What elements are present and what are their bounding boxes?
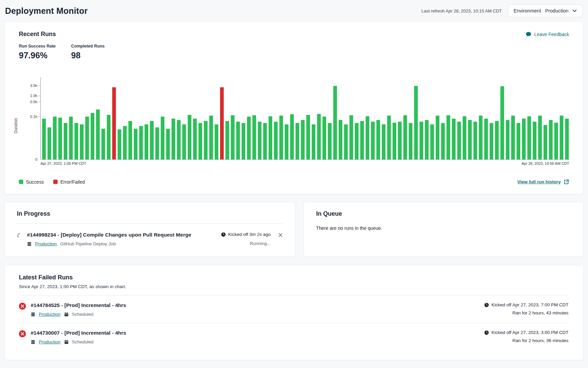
run-bar-success[interactable]	[420, 122, 423, 159]
run-bar-success[interactable]	[96, 110, 100, 159]
run-bar-success[interactable]	[155, 127, 159, 159]
run-bar-success[interactable]	[366, 116, 369, 159]
run-bar-success[interactable]	[398, 122, 402, 159]
run-bar-success[interactable]	[64, 123, 67, 159]
run-bar-success[interactable]	[339, 120, 342, 159]
run-bar-success[interactable]	[107, 115, 111, 159]
run-bar-success[interactable]	[269, 116, 272, 159]
run-bar-success[interactable]	[312, 124, 315, 159]
run-bar-success[interactable]	[322, 117, 326, 159]
close-icon[interactable]	[278, 233, 283, 246]
run-bar-success[interactable]	[506, 120, 509, 159]
run-bar-success[interactable]	[436, 116, 439, 159]
run-bar-success[interactable]	[198, 123, 202, 159]
run-bar-success[interactable]	[544, 125, 547, 159]
run-bar-success[interactable]	[263, 123, 267, 159]
run-bar-success[interactable]	[231, 115, 235, 159]
run-bar-success[interactable]	[209, 116, 213, 159]
run-bar-success[interactable]	[533, 122, 536, 159]
failed-run-environment-link[interactable]: Production	[39, 312, 61, 317]
run-bar-success[interactable]	[134, 129, 137, 159]
run-bar-success[interactable]	[69, 117, 73, 159]
run-bar-success[interactable]	[333, 86, 337, 159]
run-bar-success[interactable]	[446, 115, 450, 159]
run-bar-success[interactable]	[382, 124, 385, 159]
run-bar-success[interactable]	[53, 117, 57, 159]
run-bar-success[interactable]	[371, 122, 375, 159]
leave-feedback-link[interactable]: Leave Feedback	[526, 31, 569, 37]
run-bar-success[interactable]	[225, 121, 229, 159]
run-bar-success[interactable]	[80, 124, 84, 159]
run-bar-success[interactable]	[166, 129, 170, 159]
run-bar-success[interactable]	[355, 123, 359, 159]
run-bar-success[interactable]	[150, 121, 154, 159]
run-bar-success[interactable]	[177, 120, 181, 159]
run-bar-success[interactable]	[42, 119, 46, 159]
run-bar-success[interactable]	[409, 123, 412, 159]
run-bar-success[interactable]	[430, 124, 434, 159]
run-bar-success[interactable]	[145, 124, 148, 159]
run-bar-success[interactable]	[328, 123, 332, 159]
run-bar-success[interactable]	[403, 115, 407, 159]
run-bar-success[interactable]	[290, 114, 294, 159]
run-bar-success[interactable]	[511, 116, 515, 159]
run-bar-success[interactable]	[182, 124, 186, 159]
run-bar-success[interactable]	[560, 116, 563, 159]
run-bar-success[interactable]	[452, 119, 456, 159]
run-bar-success[interactable]	[236, 122, 240, 159]
run-bar-success[interactable]	[252, 115, 256, 159]
run-bar-success[interactable]	[468, 120, 472, 159]
run-bar-success[interactable]	[274, 122, 278, 159]
run-bar-error[interactable]	[112, 87, 116, 159]
run-bar-success[interactable]	[463, 116, 466, 159]
run-bar-success[interactable]	[128, 121, 132, 159]
run-bar-success[interactable]	[285, 124, 288, 159]
run-bar-success[interactable]	[393, 123, 396, 159]
run-bar-success[interactable]	[296, 123, 299, 159]
run-bar-success[interactable]	[172, 119, 175, 159]
run-bar-success[interactable]	[193, 119, 197, 159]
run-bar-error[interactable]	[220, 87, 224, 159]
environment-dropdown[interactable]: Environment Production	[508, 4, 583, 17]
run-bar-success[interactable]	[301, 120, 305, 159]
run-bar-success[interactable]	[457, 122, 461, 159]
run-bar-success[interactable]	[484, 119, 488, 159]
run-bar-success[interactable]	[554, 123, 558, 159]
run-bar-success[interactable]	[495, 121, 499, 159]
run-bar-success[interactable]	[349, 115, 353, 159]
run-bar-success[interactable]	[139, 126, 143, 159]
run-bar-success[interactable]	[425, 120, 429, 159]
run-bar-success[interactable]	[376, 120, 380, 159]
run-bar-success[interactable]	[360, 121, 364, 159]
view-full-run-history-link[interactable]: View full run history	[517, 179, 569, 185]
run-bar-success[interactable]	[48, 127, 51, 159]
run-bar-success[interactable]	[215, 124, 218, 159]
run-bar-success[interactable]	[279, 116, 283, 159]
run-bar-success[interactable]	[500, 86, 504, 159]
run-bar-success[interactable]	[188, 115, 191, 159]
run-bar-success[interactable]	[101, 129, 105, 159]
run-bar-success[interactable]	[58, 118, 62, 160]
in-progress-environment-link[interactable]: Production	[35, 241, 57, 246]
run-bar-success[interactable]	[118, 129, 121, 159]
run-bar-success[interactable]	[527, 116, 531, 159]
run-bar-success[interactable]	[242, 123, 245, 159]
run-bar-success[interactable]	[441, 123, 445, 159]
run-bar-success[interactable]	[549, 120, 553, 159]
run-bar-success[interactable]	[306, 115, 310, 159]
run-bar-success[interactable]	[247, 117, 251, 159]
run-bar-success[interactable]	[387, 116, 391, 159]
run-bar-success[interactable]	[91, 113, 94, 159]
run-bar-success[interactable]	[479, 116, 483, 159]
run-bar-success[interactable]	[123, 126, 127, 159]
run-bar-success[interactable]	[85, 117, 89, 159]
run-bar-success[interactable]	[258, 122, 261, 159]
run-bar-success[interactable]	[344, 124, 348, 159]
failed-run-environment-link[interactable]: Production	[39, 339, 61, 344]
run-bar-success[interactable]	[414, 86, 418, 159]
run-bar-success[interactable]	[490, 123, 493, 159]
run-bar-success[interactable]	[473, 122, 477, 159]
run-bar-success[interactable]	[74, 123, 78, 159]
run-bar-success[interactable]	[522, 119, 526, 159]
run-bar-success[interactable]	[317, 114, 321, 159]
